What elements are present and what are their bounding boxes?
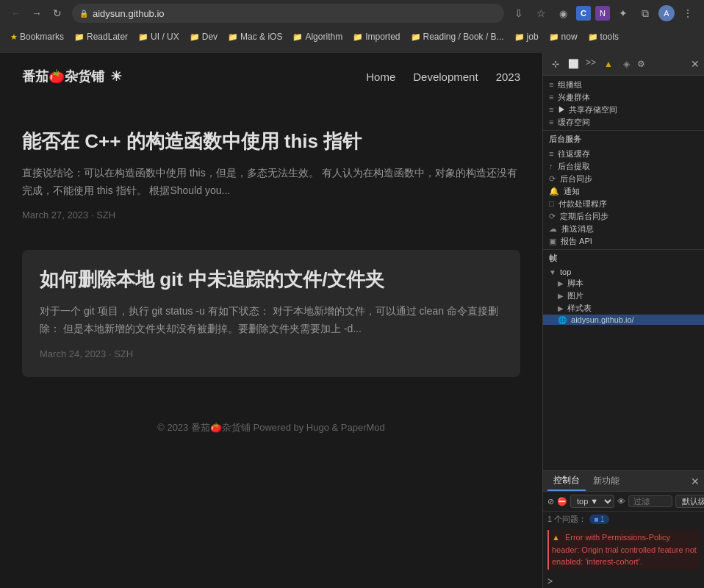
console-filter-input[interactable] [628,495,672,507]
frame-section-header: 帧 [543,249,704,267]
console-context-select[interactable]: top ▼ [570,495,614,508]
bookmark-algorithm[interactable]: 📁 Algorithm [288,30,347,43]
tree-item-bfc[interactable]: ≡ 往返缓存 [543,148,704,160]
nav-home[interactable]: Home [366,71,395,83]
devtools-bug-icon[interactable]: ◈ [618,56,634,72]
bookmark-tools[interactable]: 📁 tools [583,30,623,43]
reload-button[interactable]: ↻ [49,4,66,22]
tree-item-top[interactable]: ▼ top [543,267,704,277]
back-button[interactable]: ← [7,4,25,22]
bookmark-bookmarks[interactable]: ★ Bookmarks [6,30,68,43]
tree-item-cache[interactable]: ≡ 缓存空间 [543,116,704,129]
console-tab-console[interactable]: 控制台 [547,471,586,491]
tree-item-notify[interactable]: 🔔 通知 [543,185,704,198]
devtools-tabs-top: ⊹ ⬜ >> ▲ ◈ [547,56,634,72]
console-input[interactable] [556,577,700,586]
tree-icon-groups: ≡ [549,80,553,89]
tree-item-storage[interactable]: ≡ ▶ 共享存储空间 [543,104,704,116]
split-view-icon[interactable]: ⧉ [636,4,654,22]
devtools-settings-button[interactable]: ⚙ [637,59,645,69]
tree-item-domain[interactable]: 🌐 aidysun.github.io/ [543,315,704,325]
address-bar[interactable]: 🔒 aidysun.github.io [72,4,504,23]
bg-sync-icon: ⟳ [549,174,556,183]
nav-2023[interactable]: 2023 [496,71,520,83]
tree-item-periodic-sync[interactable]: ⟳ 定期后台同步 [543,210,704,223]
sun-icon[interactable]: ☀ [110,68,122,85]
tree-item-payment[interactable]: □ 付款处理程序 [543,198,704,210]
nav-buttons: ← → ↻ [7,4,66,22]
console-toolbar: ⊘ ⛔ top ▼ 👁 默认级别 ▼ [543,492,704,512]
download-icon[interactable]: ⇩ [510,4,528,22]
bookmark-reading[interactable]: 📁 Reading / Book / B... [406,30,509,43]
bookmark-job[interactable]: 📁 job [510,30,543,43]
tree-icon-cache: ≡ [549,118,553,126]
notify-icon: 🔔 [549,187,559,196]
tree-item-bg-sync[interactable]: ⟳ 后台同步 [543,173,704,185]
menu-icon[interactable]: ⋮ [679,4,697,22]
extension-icon-1[interactable]: ◉ [554,4,572,22]
devtools-close-button[interactable]: ✕ [691,58,700,70]
article-card-2: 如何删除本地 git 中未追踪的文件/文件夹 对于一个 git 项目，执行 gi… [22,250,520,376]
report-icon: ▣ [549,237,556,245]
bookmark-dev[interactable]: 📁 Dev [185,30,222,43]
site-header: 番茄🍅杂货铺 ☀ Home Development 2023 [0,53,542,100]
extension-icon-3[interactable]: N [595,6,610,21]
article-title-2[interactable]: 如何删除本地 git 中未追踪的文件/文件夹 [40,268,503,293]
star-icon[interactable]: ☆ [532,4,550,22]
main-layout: 番茄🍅杂货铺 ☀ Home Development 2023 能否在 C++ 的… [0,53,704,588]
article-excerpt-2: 对于一个 git 项目，执行 git status -u 有如下状态： 对于本地… [40,303,503,338]
bookmark-ui-ux[interactable]: 📁 UI / UX [134,30,184,43]
bookmark-imported[interactable]: 📁 Imported [348,30,404,43]
bookmark-folder-icon-8: 📁 [514,32,525,42]
profile-icon[interactable]: A [658,5,675,21]
tree-item-styles[interactable]: ▶ 样式表 [543,302,704,315]
console-caret: > [547,576,553,587]
bookmark-now[interactable]: 📁 now [545,30,582,43]
issue-badge: ■ 1 [589,514,608,524]
bookmark-readlater[interactable]: 📁 ReadLater [70,30,132,43]
nav-development[interactable]: Development [413,71,478,83]
extension-icon-2[interactable]: C [576,6,591,21]
console-prompt: > [543,575,704,588]
tree-item-scripts[interactable]: ▶ 脚本 [543,277,704,290]
devtools-warning-icon[interactable]: ▲ [600,56,617,72]
arrow-images: ▶ [558,292,564,300]
issue-text: 1 个问题： [547,514,586,525]
console-tab-new[interactable]: 新功能 [587,472,625,490]
footer-text: © 2023 番茄🍅杂货铺 Powered by Hugo & PaperMod [157,422,385,433]
console-close-button[interactable]: ✕ [691,476,700,487]
article-meta-2: March 24, 2023 · SZH [40,348,503,359]
error-icon: ▲ [552,533,560,542]
bookmarks-star-icon: ★ [10,32,18,42]
console-block-icon[interactable]: ⊘ [547,494,554,509]
bookmark-folder-icon-3: 📁 [190,32,200,42]
devtools-box-icon[interactable]: ⬜ [565,56,581,72]
console-filter-toggle[interactable]: ⛔ [557,494,567,509]
bookmark-folder-icon-5: 📁 [292,32,303,42]
arrow-scripts: ▶ [558,279,564,287]
console-level-select[interactable]: 默认级别 ▼ [675,495,704,508]
article-title-1[interactable]: 能否在 C++ 的构造函数中使用 this 指针 [22,129,520,154]
devtools-tree[interactable]: ≡ 组播组 ≡ 兴趣群体 ≡ ▶ 共享存储空间 ≡ 缓存空间 后台服务 ≡ 往返… [543,76,704,470]
tree-item-report-api[interactable]: ▣ 报告 API [543,235,704,248]
devtools-more-button[interactable]: >> [583,56,599,72]
bookmark-folder-icon-9: 📁 [549,32,559,42]
console-error-message: ▲ Error with Permissions-Policy header: … [547,530,700,570]
tree-item-groups[interactable]: ≡ 组播组 [543,79,704,91]
arrow-styles: ▶ [558,304,564,312]
forward-button[interactable]: → [28,4,46,22]
tree-item-interest[interactable]: ≡ 兴趣群体 [543,91,704,104]
extension-icon-4[interactable]: ✦ [614,4,632,22]
articles-container: 能否在 C++ 的构造函数中使用 this 指针 直接说结论：可以在构造函数中使… [0,100,542,406]
console-eye-icon[interactable]: 👁 [617,494,625,509]
tree-item-images[interactable]: ▶ 图片 [543,290,704,302]
bookmark-mac-ios[interactable]: 📁 Mac & iOS [223,30,287,43]
devtools-console: 控制台 新功能 ✕ ⊘ ⛔ top ▼ 👁 默认级别 ▼ 1 个问题： ■ 1 [543,470,704,588]
url-text: aidysun.github.io [93,8,165,19]
browser-chrome: ← → ↻ 🔒 aidysun.github.io ⇩ ☆ ◉ C N ✦ ⧉ … [0,0,704,53]
tree-item-bg-fetch[interactable]: ↑ 后台提取 [543,160,704,173]
tree-item-push[interactable]: ☁ 推送消息 [543,223,704,235]
tree-icon-storage: ≡ [549,105,553,114]
devtools-cursor-icon[interactable]: ⊹ [547,56,564,72]
bookmark-folder-icon-4: 📁 [228,32,238,42]
